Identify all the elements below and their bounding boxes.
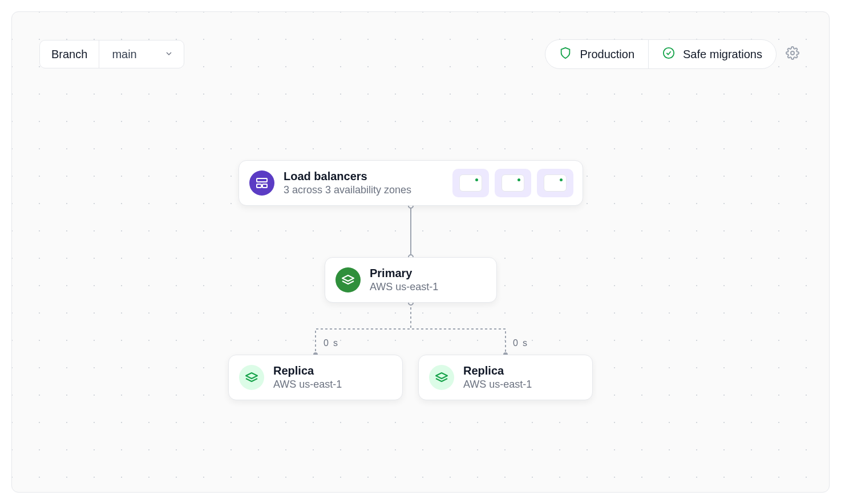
lag-value: 0 <box>513 338 518 348</box>
svg-marker-12 <box>246 373 257 379</box>
load-balancer-icon <box>249 170 274 196</box>
database-icon <box>429 365 454 390</box>
svg-rect-10 <box>262 184 267 188</box>
branch-dropdown[interactable]: main <box>99 40 183 68</box>
branch-value: main <box>112 48 136 61</box>
database-icon <box>335 267 361 292</box>
load-balancers-text: Load balancers 3 across 3 availability z… <box>284 170 443 196</box>
connector-lines <box>12 12 829 492</box>
shield-icon <box>559 47 572 62</box>
lag-unit: s <box>523 338 527 348</box>
svg-marker-11 <box>342 275 354 281</box>
check-circle-icon <box>662 47 675 62</box>
settings-button[interactable] <box>783 45 802 63</box>
gear-icon <box>786 46 799 62</box>
primary-region: AWS us-east-1 <box>370 281 486 293</box>
production-pill[interactable]: Production <box>545 40 648 68</box>
svg-rect-9 <box>257 184 261 188</box>
lb-instance-badge <box>452 169 489 197</box>
lag-unit: s <box>333 338 338 348</box>
replica-title: Replica <box>273 364 392 377</box>
load-balancers-card[interactable]: Load balancers 3 across 3 availability z… <box>238 160 583 206</box>
lb-instance-badge <box>495 169 531 197</box>
replica-text: Replica AWS us-east-1 <box>463 364 582 391</box>
primary-title: Primary <box>370 267 486 280</box>
branch-selector: Branch main <box>39 40 184 68</box>
toolbar: Branch main Production <box>39 39 802 69</box>
load-balancers-title: Load balancers <box>284 170 443 183</box>
primary-card[interactable]: Primary AWS us-east-1 <box>325 257 497 303</box>
svg-marker-13 <box>436 373 447 379</box>
replica-text: Replica AWS us-east-1 <box>273 364 392 391</box>
replica-card[interactable]: Replica AWS us-east-1 <box>228 355 403 400</box>
replica-region: AWS us-east-1 <box>273 379 392 391</box>
lag-value: 0 <box>324 338 329 348</box>
svg-point-0 <box>664 47 674 58</box>
branch-label: Branch <box>40 40 99 68</box>
svg-point-1 <box>791 51 794 55</box>
topology-canvas: Branch main Production <box>11 11 830 493</box>
replica-title: Replica <box>463 364 582 377</box>
replica-lag-label: 0 s <box>513 338 527 348</box>
chevron-down-icon <box>164 48 173 61</box>
status-pills: Production Safe migrations <box>545 39 777 69</box>
database-icon <box>239 365 264 390</box>
load-balancer-badges <box>452 169 573 197</box>
replica-card[interactable]: Replica AWS us-east-1 <box>418 355 593 400</box>
svg-rect-8 <box>257 178 267 182</box>
toolbar-left: Branch main <box>39 40 184 68</box>
safe-migrations-pill[interactable]: Safe migrations <box>648 40 776 68</box>
toolbar-right: Production Safe migrations <box>545 39 802 69</box>
production-label: Production <box>580 48 634 61</box>
replica-lag-label: 0 s <box>324 338 338 348</box>
lb-instance-badge <box>537 169 573 197</box>
replica-region: AWS us-east-1 <box>463 379 582 391</box>
safe-migrations-label: Safe migrations <box>683 48 762 61</box>
load-balancers-subtitle: 3 across 3 availability zones <box>284 184 443 196</box>
primary-text: Primary AWS us-east-1 <box>370 267 486 293</box>
